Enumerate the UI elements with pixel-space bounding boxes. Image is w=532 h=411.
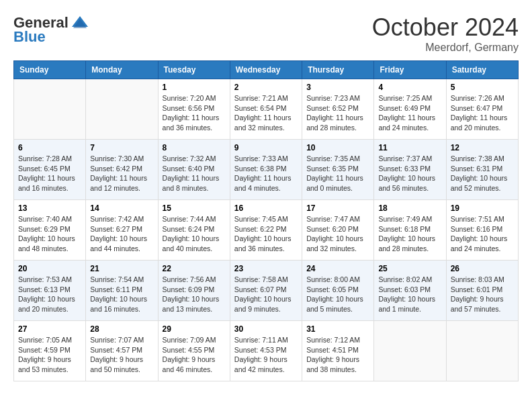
calendar-cell: 9 Sunrise: 7:33 AMSunset: 6:38 PMDayligh…	[230, 140, 302, 200]
weekday-header: Monday	[86, 61, 158, 79]
calendar-cell: 6 Sunrise: 7:28 AMSunset: 6:45 PMDayligh…	[14, 140, 86, 200]
day-number: 19	[451, 203, 514, 213]
day-info: Sunrise: 7:11 AMSunset: 4:53 PMDaylight:…	[234, 335, 298, 375]
day-number: 30	[234, 324, 298, 334]
day-number: 6	[18, 143, 81, 152]
day-number: 13	[18, 203, 81, 213]
day-info: Sunrise: 7:53 AMSunset: 6:13 PMDaylight:…	[18, 275, 81, 314]
day-info: Sunrise: 7:26 AMSunset: 6:47 PMDaylight:…	[451, 93, 514, 133]
day-info: Sunrise: 7:51 AMSunset: 6:16 PMDaylight:…	[451, 214, 514, 254]
day-info: Sunrise: 7:54 AMSunset: 6:11 PMDaylight:…	[90, 275, 153, 314]
calendar-cell: 24 Sunrise: 8:00 AMSunset: 6:05 PMDaylig…	[302, 261, 374, 321]
day-number: 29	[163, 324, 226, 334]
calendar-cell: 10 Sunrise: 7:35 AMSunset: 6:35 PMDaylig…	[302, 140, 374, 200]
day-number: 5	[451, 83, 514, 92]
day-number: 14	[90, 203, 153, 213]
calendar-cell: 19 Sunrise: 7:51 AMSunset: 6:16 PMDaylig…	[446, 200, 518, 261]
weekday-header: Friday	[374, 61, 446, 79]
calendar-cell	[86, 79, 158, 140]
day-info: Sunrise: 7:09 AMSunset: 4:55 PMDaylight:…	[163, 335, 226, 375]
calendar-cell: 20 Sunrise: 7:53 AMSunset: 6:13 PMDaylig…	[14, 261, 86, 321]
calendar-table: SundayMondayTuesdayWednesdayThursdayFrid…	[13, 60, 519, 381]
calendar-cell: 29 Sunrise: 7:09 AMSunset: 4:55 PMDaylig…	[158, 321, 230, 381]
day-info: Sunrise: 7:33 AMSunset: 6:38 PMDaylight:…	[234, 154, 298, 193]
day-number: 11	[378, 143, 441, 152]
day-number: 28	[90, 324, 153, 334]
day-info: Sunrise: 7:12 AMSunset: 4:51 PMDaylight:…	[306, 335, 369, 375]
day-info: Sunrise: 7:05 AMSunset: 4:59 PMDaylight:…	[18, 335, 81, 375]
day-info: Sunrise: 8:00 AMSunset: 6:05 PMDaylight:…	[306, 275, 369, 314]
day-info: Sunrise: 7:20 AMSunset: 6:56 PMDaylight:…	[163, 93, 226, 133]
day-number: 7	[90, 143, 153, 152]
logo-icon	[71, 13, 89, 32]
calendar-week-row: 13 Sunrise: 7:40 AMSunset: 6:29 PMDaylig…	[14, 200, 519, 261]
day-number: 12	[451, 143, 514, 152]
calendar-cell: 3 Sunrise: 7:23 AMSunset: 6:52 PMDayligh…	[302, 79, 374, 140]
day-number: 22	[163, 264, 226, 273]
day-number: 2	[234, 83, 298, 92]
calendar-week-row: 6 Sunrise: 7:28 AMSunset: 6:45 PMDayligh…	[14, 140, 519, 200]
calendar-cell: 30 Sunrise: 7:11 AMSunset: 4:53 PMDaylig…	[230, 321, 302, 381]
day-info: Sunrise: 7:23 AMSunset: 6:52 PMDaylight:…	[306, 93, 369, 133]
day-info: Sunrise: 7:21 AMSunset: 6:54 PMDaylight:…	[234, 93, 298, 133]
day-info: Sunrise: 7:44 AMSunset: 6:24 PMDaylight:…	[163, 214, 226, 254]
day-number: 24	[306, 264, 369, 273]
weekday-header: Sunday	[14, 61, 86, 79]
calendar-cell: 8 Sunrise: 7:32 AMSunset: 6:40 PMDayligh…	[158, 140, 230, 200]
title-block: October 2024 Meerdorf, Germany	[372, 13, 519, 54]
day-info: Sunrise: 8:03 AMSunset: 6:01 PMDaylight:…	[451, 275, 514, 314]
day-number: 1	[163, 83, 226, 92]
calendar-cell: 13 Sunrise: 7:40 AMSunset: 6:29 PMDaylig…	[14, 200, 86, 261]
calendar-cell: 22 Sunrise: 7:56 AMSunset: 6:09 PMDaylig…	[158, 261, 230, 321]
day-number: 9	[234, 143, 298, 152]
calendar-cell: 12 Sunrise: 7:38 AMSunset: 6:31 PMDaylig…	[446, 140, 518, 200]
calendar-week-row: 27 Sunrise: 7:05 AMSunset: 4:59 PMDaylig…	[14, 321, 519, 381]
day-info: Sunrise: 7:45 AMSunset: 6:22 PMDaylight:…	[234, 214, 298, 254]
day-info: Sunrise: 7:38 AMSunset: 6:31 PMDaylight:…	[451, 154, 514, 193]
calendar-cell: 21 Sunrise: 7:54 AMSunset: 6:11 PMDaylig…	[86, 261, 158, 321]
day-number: 10	[306, 143, 369, 152]
calendar-cell: 4 Sunrise: 7:25 AMSunset: 6:49 PMDayligh…	[374, 79, 446, 140]
calendar-cell: 31 Sunrise: 7:12 AMSunset: 4:51 PMDaylig…	[302, 321, 374, 381]
day-info: Sunrise: 7:40 AMSunset: 6:29 PMDaylight:…	[18, 214, 81, 254]
day-number: 31	[306, 324, 369, 334]
calendar-cell: 2 Sunrise: 7:21 AMSunset: 6:54 PMDayligh…	[230, 79, 302, 140]
calendar-cell: 25 Sunrise: 8:02 AMSunset: 6:03 PMDaylig…	[374, 261, 446, 321]
day-number: 25	[378, 264, 441, 273]
calendar-week-row: 1 Sunrise: 7:20 AMSunset: 6:56 PMDayligh…	[14, 79, 519, 140]
day-info: Sunrise: 7:56 AMSunset: 6:09 PMDaylight:…	[163, 275, 226, 314]
day-number: 3	[306, 83, 369, 92]
calendar-cell: 16 Sunrise: 7:45 AMSunset: 6:22 PMDaylig…	[230, 200, 302, 261]
day-info: Sunrise: 7:32 AMSunset: 6:40 PMDaylight:…	[163, 154, 226, 193]
day-number: 27	[18, 324, 81, 334]
day-info: Sunrise: 8:02 AMSunset: 6:03 PMDaylight:…	[378, 275, 441, 314]
location: Meerdorf, Germany	[372, 42, 519, 54]
day-info: Sunrise: 7:35 AMSunset: 6:35 PMDaylight:…	[306, 154, 369, 193]
day-number: 23	[234, 264, 298, 273]
day-info: Sunrise: 7:25 AMSunset: 6:49 PMDaylight:…	[378, 93, 441, 133]
weekday-header: Tuesday	[158, 61, 230, 79]
logo-blue: Blue	[13, 28, 46, 46]
weekday-header: Thursday	[302, 61, 374, 79]
day-number: 21	[90, 264, 153, 273]
logo: General Blue	[13, 13, 89, 46]
weekday-header: Wednesday	[230, 61, 302, 79]
calendar-cell: 17 Sunrise: 7:47 AMSunset: 6:20 PMDaylig…	[302, 200, 374, 261]
day-info: Sunrise: 7:28 AMSunset: 6:45 PMDaylight:…	[18, 154, 81, 193]
calendar-cell: 5 Sunrise: 7:26 AMSunset: 6:47 PMDayligh…	[446, 79, 518, 140]
calendar-cell	[446, 321, 518, 381]
calendar-cell	[374, 321, 446, 381]
day-number: 26	[451, 264, 514, 273]
day-info: Sunrise: 7:42 AMSunset: 6:27 PMDaylight:…	[90, 214, 153, 254]
day-number: 20	[18, 264, 81, 273]
calendar-cell: 27 Sunrise: 7:05 AMSunset: 4:59 PMDaylig…	[14, 321, 86, 381]
calendar-week-row: 20 Sunrise: 7:53 AMSunset: 6:13 PMDaylig…	[14, 261, 519, 321]
calendar-cell: 23 Sunrise: 7:58 AMSunset: 6:07 PMDaylig…	[230, 261, 302, 321]
calendar-header-row: SundayMondayTuesdayWednesdayThursdayFrid…	[14, 61, 519, 79]
month-title: October 2024	[372, 13, 519, 42]
calendar-cell: 14 Sunrise: 7:42 AMSunset: 6:27 PMDaylig…	[86, 200, 158, 261]
day-number: 4	[378, 83, 441, 92]
day-number: 18	[378, 203, 441, 213]
calendar-cell: 11 Sunrise: 7:37 AMSunset: 6:33 PMDaylig…	[374, 140, 446, 200]
page-header: General Blue October 2024 Meerdorf, Germ…	[13, 13, 519, 54]
